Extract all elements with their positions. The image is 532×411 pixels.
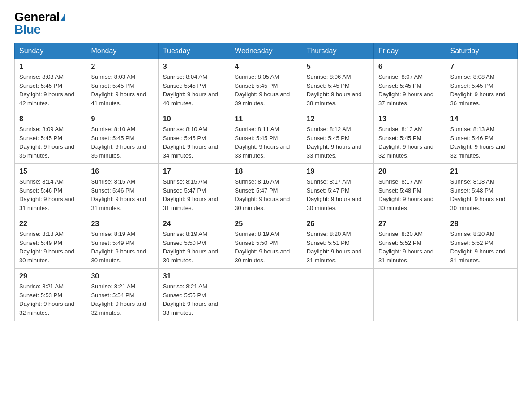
calendar-cell: 8 Sunrise: 8:09 AM Sunset: 5:45 PM Dayli… [15, 111, 86, 164]
day-number: 2 [91, 63, 153, 71]
calendar-cell: 21 Sunrise: 8:18 AM Sunset: 5:48 PM Dayl… [446, 164, 517, 216]
calendar-cell: 16 Sunrise: 8:15 AM Sunset: 5:46 PM Dayl… [86, 164, 158, 216]
weekday-header-saturday: Saturday [446, 43, 517, 59]
day-info: Sunrise: 8:17 AM Sunset: 5:47 PM Dayligh… [307, 177, 369, 212]
day-number: 6 [378, 63, 441, 71]
calendar-cell: 6 Sunrise: 8:07 AM Sunset: 5:45 PM Dayli… [374, 59, 446, 111]
calendar-cell [230, 269, 302, 321]
day-number: 25 [235, 220, 297, 228]
calendar-cell: 12 Sunrise: 8:12 AM Sunset: 5:45 PM Dayl… [302, 111, 373, 164]
day-info: Sunrise: 8:20 AM Sunset: 5:51 PM Dayligh… [307, 230, 369, 265]
weekday-header-thursday: Thursday [302, 43, 373, 59]
day-info: Sunrise: 8:12 AM Sunset: 5:45 PM Dayligh… [307, 125, 369, 160]
day-info: Sunrise: 8:06 AM Sunset: 5:45 PM Dayligh… [307, 73, 369, 107]
logo: General Blue [14, 11, 65, 36]
day-info: Sunrise: 8:18 AM Sunset: 5:49 PM Dayligh… [19, 230, 82, 265]
calendar-cell [446, 269, 517, 321]
day-info: Sunrise: 8:05 AM Sunset: 5:45 PM Dayligh… [235, 73, 297, 107]
calendar-cell: 11 Sunrise: 8:11 AM Sunset: 5:45 PM Dayl… [230, 111, 302, 164]
calendar-week-row: 8 Sunrise: 8:09 AM Sunset: 5:45 PM Dayli… [15, 111, 518, 164]
calendar-cell: 5 Sunrise: 8:06 AM Sunset: 5:45 PM Dayli… [302, 59, 373, 111]
calendar-cell: 19 Sunrise: 8:17 AM Sunset: 5:47 PM Dayl… [302, 164, 373, 216]
calendar-cell: 9 Sunrise: 8:10 AM Sunset: 5:45 PM Dayli… [86, 111, 158, 164]
day-number: 15 [19, 167, 82, 176]
day-number: 4 [235, 63, 297, 71]
weekday-header-friday: Friday [374, 43, 446, 59]
day-info: Sunrise: 8:21 AM Sunset: 5:55 PM Dayligh… [163, 282, 225, 317]
day-info: Sunrise: 8:03 AM Sunset: 5:45 PM Dayligh… [91, 73, 153, 107]
calendar-week-row: 1 Sunrise: 8:03 AM Sunset: 5:45 PM Dayli… [15, 59, 518, 111]
calendar-cell: 29 Sunrise: 8:21 AM Sunset: 5:53 PM Dayl… [15, 269, 86, 321]
day-info: Sunrise: 8:15 AM Sunset: 5:46 PM Dayligh… [91, 177, 153, 212]
day-info: Sunrise: 8:20 AM Sunset: 5:52 PM Dayligh… [378, 230, 441, 265]
calendar-cell: 1 Sunrise: 8:03 AM Sunset: 5:45 PM Dayli… [15, 59, 86, 111]
day-info: Sunrise: 8:21 AM Sunset: 5:54 PM Dayligh… [91, 282, 153, 317]
weekday-header-monday: Monday [86, 43, 158, 59]
calendar-cell [374, 269, 446, 321]
day-info: Sunrise: 8:03 AM Sunset: 5:45 PM Dayligh… [19, 73, 82, 107]
day-number: 30 [91, 272, 153, 280]
day-info: Sunrise: 8:09 AM Sunset: 5:45 PM Dayligh… [19, 125, 82, 160]
day-info: Sunrise: 8:11 AM Sunset: 5:45 PM Dayligh… [235, 125, 297, 160]
day-number: 31 [163, 272, 225, 280]
day-number: 18 [235, 167, 297, 176]
day-number: 8 [19, 115, 82, 123]
day-info: Sunrise: 8:10 AM Sunset: 5:45 PM Dayligh… [163, 125, 225, 160]
calendar-cell: 2 Sunrise: 8:03 AM Sunset: 5:45 PM Dayli… [86, 59, 158, 111]
day-number: 11 [235, 115, 297, 123]
day-info: Sunrise: 8:18 AM Sunset: 5:48 PM Dayligh… [450, 177, 513, 212]
weekday-header-row: SundayMondayTuesdayWednesdayThursdayFrid… [15, 43, 518, 59]
page-header: General Blue [14, 11, 518, 36]
weekday-header-wednesday: Wednesday [230, 43, 302, 59]
day-number: 27 [378, 220, 441, 228]
day-number: 17 [163, 167, 225, 176]
day-number: 22 [19, 220, 82, 228]
calendar-cell: 24 Sunrise: 8:19 AM Sunset: 5:50 PM Dayl… [158, 216, 230, 269]
day-number: 24 [163, 220, 225, 228]
day-info: Sunrise: 8:21 AM Sunset: 5:53 PM Dayligh… [19, 282, 82, 317]
calendar-cell: 17 Sunrise: 8:15 AM Sunset: 5:47 PM Dayl… [158, 164, 230, 216]
day-number: 3 [163, 63, 225, 71]
day-info: Sunrise: 8:10 AM Sunset: 5:45 PM Dayligh… [91, 125, 153, 160]
day-info: Sunrise: 8:20 AM Sunset: 5:52 PM Dayligh… [450, 230, 513, 265]
day-number: 13 [378, 115, 441, 123]
calendar-cell: 23 Sunrise: 8:19 AM Sunset: 5:49 PM Dayl… [86, 216, 158, 269]
calendar-cell: 13 Sunrise: 8:13 AM Sunset: 5:45 PM Dayl… [374, 111, 446, 164]
day-number: 14 [450, 115, 513, 123]
calendar-cell: 30 Sunrise: 8:21 AM Sunset: 5:54 PM Dayl… [86, 269, 158, 321]
calendar-cell: 15 Sunrise: 8:14 AM Sunset: 5:46 PM Dayl… [15, 164, 86, 216]
calendar-cell: 25 Sunrise: 8:19 AM Sunset: 5:50 PM Dayl… [230, 216, 302, 269]
calendar-cell: 20 Sunrise: 8:17 AM Sunset: 5:48 PM Dayl… [374, 164, 446, 216]
day-number: 21 [450, 167, 513, 176]
day-number: 23 [91, 220, 153, 228]
weekday-header-sunday: Sunday [15, 43, 86, 59]
logo-blue-text: Blue [14, 22, 41, 36]
calendar-cell: 3 Sunrise: 8:04 AM Sunset: 5:45 PM Dayli… [158, 59, 230, 111]
calendar-cell: 28 Sunrise: 8:20 AM Sunset: 5:52 PM Dayl… [446, 216, 517, 269]
day-info: Sunrise: 8:13 AM Sunset: 5:45 PM Dayligh… [378, 125, 441, 160]
calendar-cell: 14 Sunrise: 8:13 AM Sunset: 5:46 PM Dayl… [446, 111, 517, 164]
day-info: Sunrise: 8:19 AM Sunset: 5:50 PM Dayligh… [235, 230, 297, 265]
day-info: Sunrise: 8:08 AM Sunset: 5:45 PM Dayligh… [450, 73, 513, 107]
day-info: Sunrise: 8:15 AM Sunset: 5:47 PM Dayligh… [163, 177, 225, 212]
calendar-cell: 27 Sunrise: 8:20 AM Sunset: 5:52 PM Dayl… [374, 216, 446, 269]
day-info: Sunrise: 8:07 AM Sunset: 5:45 PM Dayligh… [378, 73, 441, 107]
calendar-week-row: 29 Sunrise: 8:21 AM Sunset: 5:53 PM Dayl… [15, 269, 518, 321]
logo-general-text: General [14, 10, 60, 24]
day-number: 20 [378, 167, 441, 176]
calendar-table: SundayMondayTuesdayWednesdayThursdayFrid… [14, 43, 518, 321]
calendar-cell: 22 Sunrise: 8:18 AM Sunset: 5:49 PM Dayl… [15, 216, 86, 269]
day-number: 28 [450, 220, 513, 228]
day-number: 26 [307, 220, 369, 228]
calendar-cell: 18 Sunrise: 8:16 AM Sunset: 5:47 PM Dayl… [230, 164, 302, 216]
logo-triangle-icon [60, 14, 65, 21]
calendar-cell: 7 Sunrise: 8:08 AM Sunset: 5:45 PM Dayli… [446, 59, 517, 111]
calendar-cell: 10 Sunrise: 8:10 AM Sunset: 5:45 PM Dayl… [158, 111, 230, 164]
day-number: 19 [307, 167, 369, 176]
day-number: 29 [19, 272, 82, 280]
day-number: 5 [307, 63, 369, 71]
calendar-cell: 31 Sunrise: 8:21 AM Sunset: 5:55 PM Dayl… [158, 269, 230, 321]
day-number: 16 [91, 167, 153, 176]
weekday-header-tuesday: Tuesday [158, 43, 230, 59]
day-info: Sunrise: 8:04 AM Sunset: 5:45 PM Dayligh… [163, 73, 225, 107]
